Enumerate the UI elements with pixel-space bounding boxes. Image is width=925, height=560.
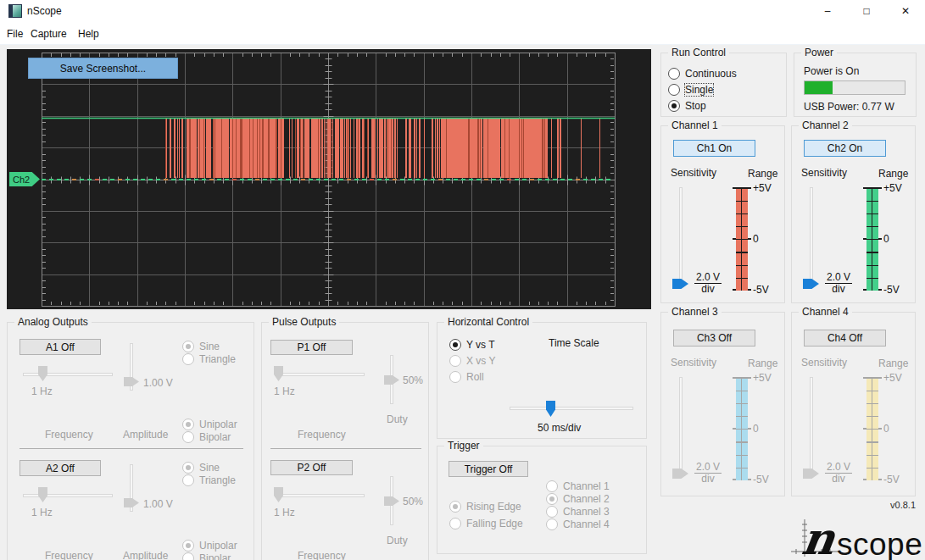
p1-duty-thumb[interactable] <box>384 375 399 385</box>
a2-unipolar-radio[interactable]: Unipolar <box>182 540 237 552</box>
radio-falling-edge[interactable]: Falling Edge <box>449 518 523 530</box>
radio-x-vs-y[interactable]: X vs Y <box>449 355 495 367</box>
a2-amplitude-thumb[interactable] <box>124 498 139 507</box>
time-scale-thumb[interactable] <box>546 401 555 417</box>
channel2-title: Channel 2 <box>799 119 852 131</box>
run-control-group: Run Control Continuous Single Stop <box>660 53 787 117</box>
range-label: Range <box>878 358 908 369</box>
a1-unipolar-radio[interactable]: Unipolar <box>182 419 237 430</box>
range-bar[interactable] <box>866 378 878 480</box>
p2-frequency-label: Frequency <box>298 550 346 560</box>
p2-frequency-thumb[interactable] <box>274 487 283 502</box>
trigger-toggle-button[interactable]: Trigger Off <box>449 461 528 477</box>
radio-circle <box>182 462 194 474</box>
channel1-toggle-button[interactable]: Ch1 On <box>673 140 755 157</box>
a1-frequency-value: 1 Hz <box>31 385 53 397</box>
sensitivity-slider[interactable] <box>679 187 683 284</box>
range-bar[interactable] <box>736 378 748 480</box>
sensitivity-label: Sensitivity <box>671 167 716 179</box>
a2-frequency-slider[interactable] <box>23 494 113 497</box>
pulse-outputs-title: Pulse Outputs <box>269 316 339 328</box>
p2-duty-value: 50% <box>403 496 423 507</box>
range-bottom-label: -5V <box>753 474 769 485</box>
time-scale-slider[interactable] <box>510 407 633 410</box>
menu-capture[interactable]: Capture <box>27 26 70 42</box>
radio-continuous[interactable]: Continuous <box>668 68 737 80</box>
a1-frequency-slider[interactable] <box>23 373 113 376</box>
radio-circle <box>546 480 558 492</box>
power-status: Power is On <box>804 65 859 77</box>
range-bar[interactable] <box>866 188 878 291</box>
radio-circle <box>668 100 680 112</box>
menu-help[interactable]: Help <box>75 26 103 42</box>
sensitivity-slider[interactable] <box>679 377 683 474</box>
a1-bipolar-radio[interactable]: Bipolar <box>182 431 231 443</box>
sensitivity-slider[interactable] <box>810 377 813 474</box>
a2-triangle-radio[interactable]: Triangle <box>182 474 236 486</box>
p2-duty-thumb[interactable] <box>384 496 399 506</box>
radio-trigger-channel4[interactable]: Channel 4 <box>546 518 610 530</box>
channel4-toggle-button[interactable]: Ch4 Off <box>804 330 886 347</box>
sensitivity-thumb[interactable] <box>803 279 819 289</box>
a2-bipolar-radio[interactable]: Bipolar <box>182 552 231 560</box>
a1-frequency-thumb[interactable] <box>38 366 47 381</box>
radio-trigger-channel2[interactable]: Channel 2 <box>546 493 610 505</box>
a1-sine-radio[interactable]: Sine <box>182 341 220 352</box>
svg-text:n: n <box>799 513 839 560</box>
a1-amplitude-value: 1.00 V <box>143 377 173 389</box>
range-label: Range <box>748 358 777 369</box>
p1-frequency-slider[interactable] <box>275 373 365 376</box>
channel2-toggle-button[interactable]: Ch2 On <box>804 140 886 157</box>
channel3-group: Channel 3 Ch3 Off Sensitivity Range 2.0 … <box>660 312 785 496</box>
menu-file[interactable]: File <box>3 26 26 42</box>
range-top-label: +5V <box>883 182 902 194</box>
p1-duty-value: 50% <box>403 374 423 386</box>
close-button[interactable]: ✕ <box>886 0 925 22</box>
p2-frequency-slider[interactable] <box>275 494 365 497</box>
channel3-toggle-button[interactable]: Ch3 Off <box>673 330 755 347</box>
range-top-label: +5V <box>753 182 772 194</box>
radio-trigger-channel3[interactable]: Channel 3 <box>546 506 610 518</box>
p1-toggle-button[interactable]: P1 Off <box>270 340 353 355</box>
sensitivity-thumb[interactable] <box>803 469 819 479</box>
radio-y-vs-t[interactable]: Y vs T <box>449 339 495 351</box>
p1-frequency-thumb[interactable] <box>274 366 283 381</box>
scope-canvas <box>7 49 651 309</box>
range-mid-label: 0 <box>753 423 759 435</box>
a1-amplitude-thumb[interactable] <box>124 377 139 386</box>
pulse-outputs-group: Pulse Outputs P1 Off 1 Hz 50% Duty Frequ… <box>261 322 429 560</box>
radio-stop[interactable]: Stop <box>668 100 706 112</box>
analog-outputs-title: Analog Outputs <box>14 316 92 328</box>
radio-roll[interactable]: Roll <box>449 371 484 383</box>
channel4-group: Channel 4 Ch4 Off Sensitivity Range 2.0 … <box>791 312 916 496</box>
a1-frequency-label: Frequency <box>45 429 93 441</box>
power-group: Power Power is On USB Power: 0.77 W <box>794 53 917 117</box>
a2-frequency-thumb[interactable] <box>38 487 47 502</box>
p2-toggle-button[interactable]: P2 Off <box>270 460 353 475</box>
minimize-button[interactable]: – <box>808 0 847 22</box>
range-mid-label: 0 <box>883 233 889 245</box>
sensitivity-slider[interactable] <box>810 187 813 284</box>
sensitivity-label: Sensitivity <box>671 357 716 369</box>
range-bar[interactable] <box>736 188 748 291</box>
time-scale-value: 50 ms/div <box>538 422 581 434</box>
radio-trigger-channel1[interactable]: Channel 1 <box>546 480 610 492</box>
sensitivity-thumb[interactable] <box>672 469 688 479</box>
power-title: Power <box>801 47 837 58</box>
a2-sine-radio[interactable]: Sine <box>182 462 220 474</box>
usb-power-fill <box>805 81 833 94</box>
channel3-title: Channel 3 <box>668 306 722 318</box>
range-label: Range <box>878 168 908 180</box>
a1-toggle-button[interactable]: A1 Off <box>20 339 101 355</box>
save-screenshot-button[interactable]: Save Screenshot... <box>28 58 178 79</box>
nscope-logo: n scope <box>784 513 922 560</box>
maximize-button[interactable]: □ <box>847 0 886 22</box>
a2-toggle-button[interactable]: A2 Off <box>20 460 101 476</box>
sensitivity-thumb[interactable] <box>672 279 688 289</box>
a1-triangle-radio[interactable]: Triangle <box>182 353 236 365</box>
app-icon <box>8 4 22 18</box>
radio-circle <box>182 341 194 352</box>
radio-rising-edge[interactable]: Rising Edge <box>449 501 521 513</box>
radio-single[interactable]: Single <box>668 84 713 96</box>
sensitivity-value: 2.0 Vdiv <box>821 272 856 295</box>
